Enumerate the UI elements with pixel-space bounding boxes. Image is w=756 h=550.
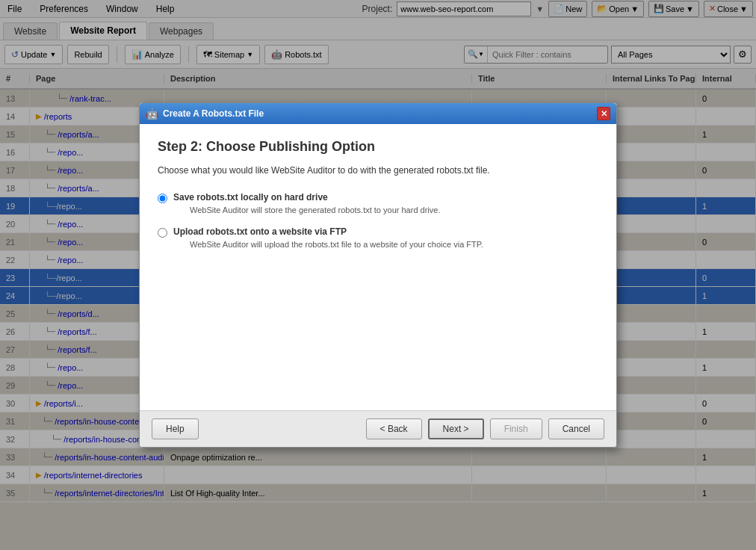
modal-description: Choose what you would like WebSite Audit… <box>158 164 598 177</box>
modal-spacer <box>158 261 598 395</box>
option-save-title: Save robots.txt locally on hard drive <box>173 192 440 203</box>
modal-title: Create A Robots.txt File <box>163 108 597 119</box>
modal-body: Step 2: Choose Publishing Option Choose … <box>140 124 616 410</box>
option-ftp-desc: WebSite Auditor will upload the robots.t… <box>173 240 483 249</box>
modal-title-bar: 🤖 Create A Robots.txt File ✕ <box>140 103 616 124</box>
modal-option-save: Save robots.txt locally on hard drive We… <box>158 192 598 214</box>
option-save-desc: WebSite Auditor will store the generated… <box>173 206 440 214</box>
back-button[interactable]: < Back <box>366 418 422 439</box>
option-ftp-radio[interactable] <box>158 228 167 238</box>
option-save-radio[interactable] <box>158 194 167 203</box>
help-button[interactable]: Help <box>152 418 199 439</box>
next-button[interactable]: Next > <box>428 418 484 439</box>
modal-close-button[interactable]: ✕ <box>597 107 610 120</box>
option-save-label[interactable]: Save robots.txt locally on hard drive We… <box>158 192 598 214</box>
finish-button[interactable]: Finish <box>490 418 542 439</box>
modal-step-title: Step 2: Choose Publishing Option <box>158 139 598 155</box>
option-ftp-title: Upload robots.txt onto a website via FTP <box>173 226 483 237</box>
modal-title-icon: 🤖 <box>146 108 158 120</box>
option-ftp-label[interactable]: Upload robots.txt onto a website via FTP… <box>158 226 598 249</box>
modal-footer: Help < Back Next > Finish Cancel <box>140 410 616 447</box>
modal-option-ftp: Upload robots.txt onto a website via FTP… <box>158 226 598 249</box>
cancel-button[interactable]: Cancel <box>548 418 604 439</box>
modal-dialog: 🤖 Create A Robots.txt File ✕ Step 2: Cho… <box>139 102 617 448</box>
modal-overlay: 🤖 Create A Robots.txt File ✕ Step 2: Cho… <box>0 0 756 550</box>
